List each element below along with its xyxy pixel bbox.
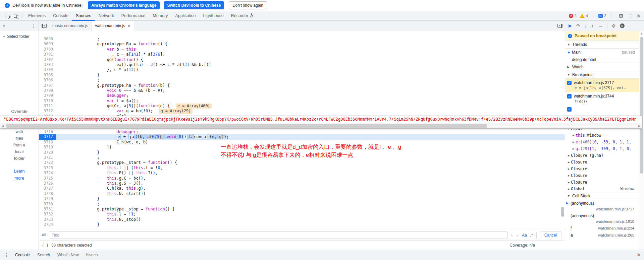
resume-script-button[interactable]: ▶ [569,23,572,28]
step-into-button[interactable]: ↓ [585,23,587,28]
callstack-frame[interactable]: awatchman.min.js:265 [565,232,639,239]
callstack-frame[interactable]: fwatchman.min.js:234 [565,225,639,232]
scope-group[interactable]: ▶Closure [565,179,639,186]
close-devtools-button[interactable]: ✕ [636,13,641,18]
breakpoint-entry[interactable]: ✓ [565,106,639,114]
code-line[interactable]: 3708 void 0 === b && (b = V); [39,88,565,93]
pause-on-exceptions-button[interactable] [620,23,625,28]
code-line[interactable]: 3703 ea().qc(ta) - J() <= c * a[13] && b… [39,62,565,67]
tab-network[interactable]: Network [95,11,118,21]
expand-sidebar-button[interactable]: » [3,23,5,28]
file-tab-music-corona.min.js[interactable]: music-corona.min.js [49,21,92,31]
code-line[interactable]: 3706 ; [39,78,565,83]
drawer-tab-console[interactable]: Console [11,250,34,260]
code-line[interactable]: 3722 g.prototype._start = function() { [39,160,565,165]
find-previous-button[interactable]: ∧ [511,233,513,238]
callstack-section-header[interactable]: ▼ Call Stack [565,192,639,200]
code-line[interactable]: 3726 this.g.S = J(), [39,181,565,186]
line-number[interactable]: 3733 [39,217,56,222]
line-number[interactable]: 3722 [39,160,56,165]
tab-memory[interactable]: Memory [149,11,171,21]
toggle-navigator-button[interactable]: ◂ [39,21,49,31]
always-match-language-button[interactable]: Always match Chrome's language [88,1,160,9]
line-number[interactable]: 3710 [39,99,56,104]
code-line[interactable]: 3699 g.prototype.Ra = function() { [39,42,565,47]
code-line[interactable]: 3702 qd(function() { [39,57,565,62]
line-number[interactable]: 3700 [39,47,56,52]
code-line[interactable]: 3700 var b = this [39,47,565,52]
breakpoint-entry[interactable]: ✓watchman.min.js:3744f(dc({ [565,92,639,106]
code-line[interactable]: 3731 g.prototype._stop = function() { [39,207,565,212]
line-number[interactable]: 3719 [39,145,56,150]
device-toolbar-button[interactable] [11,11,20,20]
tab-sources[interactable]: Sources [72,11,95,21]
code-editor[interactable]: 3698 ;3699 g.prototype.Ra = function() {… [39,31,565,230]
drawer-menu-button[interactable]: ⋮ [1,252,11,258]
drawer-tab-issues[interactable]: Issues [83,250,102,260]
tooltip-scrollbar[interactable]: ◀ ▶ [0,123,642,128]
line-number[interactable]: 3708 [39,88,56,93]
inspect-element-button[interactable] [3,11,11,20]
scope-group[interactable]: ▶Closure (g.ha) [565,152,639,159]
line-number[interactable]: 3724 [39,171,56,176]
line-number[interactable]: 3723 [39,166,56,171]
breakpoint-checkbox[interactable]: ✓ [567,94,572,99]
tab-console[interactable]: Console [49,11,72,21]
line-number[interactable]: 3727 [39,186,56,191]
learn-more-link[interactable]: Learnmore [0,168,39,182]
line-number[interactable]: 3720 [39,150,56,155]
panel-scrollbar-thumb[interactable] [640,37,643,174]
line-number[interactable]: 3721 [39,155,56,160]
breakpoint-checkbox[interactable]: ✓ [567,107,572,112]
line-number[interactable]: 3716 [39,129,56,134]
callstack-frame[interactable]: ▶(anonymous)watchman.min.js:3717 [565,200,639,212]
line-number[interactable]: 3717 [39,134,56,139]
watch-section-header[interactable]: ▶ Watch [565,63,639,71]
line-number[interactable]: 3705 [39,73,56,78]
code-line[interactable]: 3725 this.g.C = bc(), [39,176,565,181]
line-number[interactable]: 3704 [39,67,56,72]
issues-badge[interactable]: 2 [598,14,606,18]
tab-application[interactable]: Application [171,11,199,21]
line-number[interactable]: 3702 [39,57,56,62]
tab-lighthouse[interactable]: Lighthouse [200,11,227,21]
code-line[interactable]: 3704 }, c * a[13]) [39,67,565,72]
tab-elements[interactable]: Elements [24,11,49,21]
deactivate-breakpoints-button[interactable]: ⊘ [612,23,616,28]
code-line[interactable]: 3698 ; [39,37,565,42]
line-number[interactable]: 3728 [39,191,56,196]
step-target-token[interactable]: ja [128,134,135,139]
code-line[interactable]: 3728 this.N._start()) [39,191,565,196]
code-line[interactable]: 3717 e = ja(lb, a[675], void 0)(f.concat… [39,134,565,139]
line-number[interactable]: 3712 [39,109,56,114]
code-line[interactable]: 3701 , c = a[141] * a[376]; [39,52,565,57]
step-target-token[interactable]: concat [193,134,209,139]
code-line[interactable]: 3710 var f = $a(); [39,99,565,104]
line-number[interactable]: 3711 [39,104,56,109]
thread-row[interactable]: delegate.html [565,56,639,63]
code-line[interactable]: 3711 gd(Cc, a[5])(function(e) {e = Array… [39,104,565,109]
code-line[interactable]: 3709 debugger; [39,93,565,98]
line-number[interactable]: 3709 [39,93,56,98]
code-line[interactable]: 3707 g.prototype.ha = function(b) { [39,83,565,88]
thread-row[interactable]: ▶Mainpaused [565,49,639,56]
line-number[interactable]: 3707 [39,83,56,88]
line-number[interactable]: 3699 [39,42,56,47]
code-line[interactable]: 3734 } [39,222,565,227]
code-line[interactable]: 3712 var g = ba(!0);g = Array(29) [39,109,565,114]
tab-performance[interactable]: Performance [118,11,149,21]
close-tab-icon[interactable]: ✕ [127,24,130,28]
code-line[interactable]: 3723 this.l || (this.l = !0, [39,166,565,171]
error-badge[interactable]: ✕ 1 [569,14,577,18]
dont-show-again-button[interactable]: Don't show again [229,1,267,9]
line-number[interactable]: 3718 [39,140,56,145]
match-case-toggle[interactable]: Aa [522,233,527,238]
step-button[interactable]: → [598,23,603,28]
scroll-up-arrow[interactable]: ▲ [639,31,644,36]
scroll-right-arrow[interactable]: ▶ [637,124,642,128]
cancel-button[interactable]: Cancel [540,231,561,239]
line-number[interactable]: 3729 [39,196,56,201]
line-number[interactable]: 3734 [39,222,56,227]
select-folder-button[interactable]: + Select folder [0,31,39,42]
code-line[interactable]: 3705 } [39,73,565,78]
